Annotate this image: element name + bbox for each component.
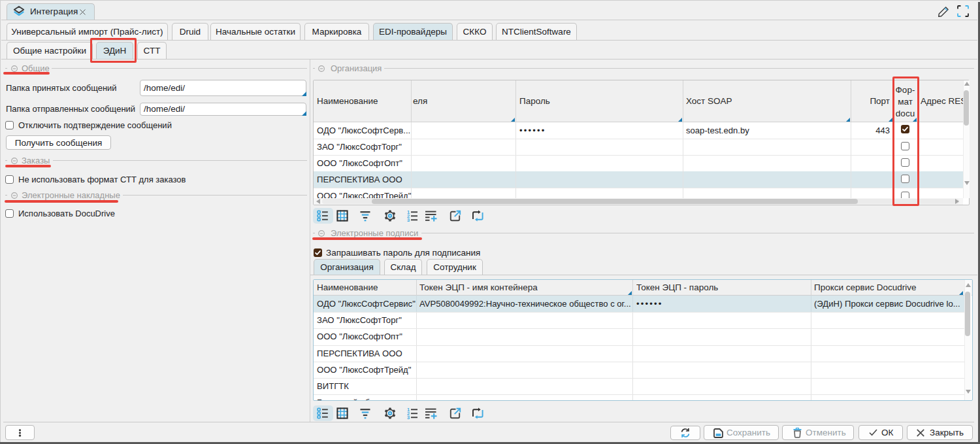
svg-text:3: 3 <box>407 415 410 420</box>
svg-text:3: 3 <box>407 217 410 223</box>
